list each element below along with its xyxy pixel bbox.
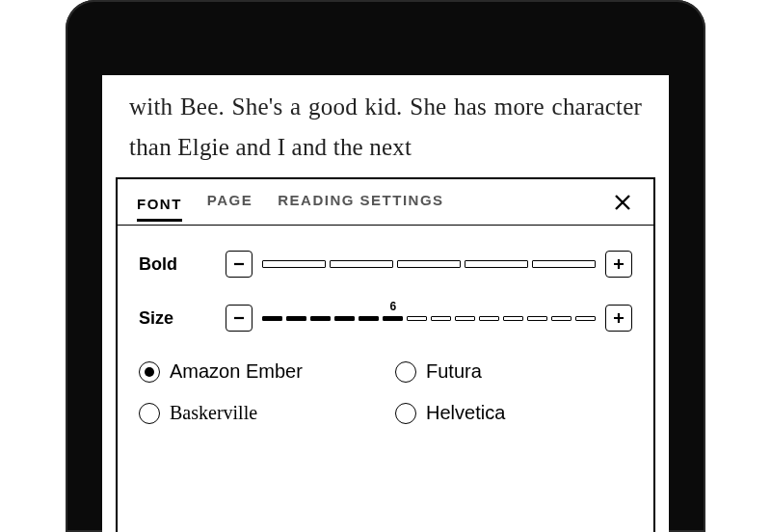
bold-increase-button[interactable]: [605, 251, 632, 278]
size-slider[interactable]: 6: [262, 316, 596, 321]
font-options: Amazon Ember Futura Baskerville Hel: [139, 360, 632, 424]
size-value-label: 6: [226, 301, 560, 312]
plus-icon: [613, 312, 625, 324]
size-segment: [334, 316, 355, 321]
book-text: with Bee. She's a good kid. She has more…: [129, 87, 642, 168]
bold-segment: [465, 260, 528, 268]
bold-label: Bold: [139, 255, 226, 273]
font-option-futura[interactable]: Futura: [395, 360, 632, 383]
font-option-baskerville[interactable]: Baskerville: [139, 402, 376, 424]
bold-decrease-button[interactable]: [226, 251, 253, 278]
close-button[interactable]: [607, 187, 638, 218]
bold-slider[interactable]: [262, 260, 596, 268]
size-segment: [310, 316, 331, 321]
radio-icon: [395, 361, 416, 383]
bold-segment: [397, 260, 461, 268]
size-segment: [455, 316, 475, 321]
bold-segment: [330, 260, 393, 268]
font-name-label: Baskerville: [170, 402, 257, 424]
size-increase-button[interactable]: [605, 305, 632, 332]
font-option-helvetica[interactable]: Helvetica: [395, 402, 632, 424]
size-segment: [551, 316, 572, 321]
size-segment: [575, 316, 596, 321]
size-segment: [479, 316, 499, 321]
font-name-label: Helvetica: [426, 402, 505, 424]
font-name-label: Futura: [426, 360, 482, 383]
device-frame: with Bee. She's a good kid. She has more…: [66, 0, 705, 532]
tab-bar: FONT PAGE READING SETTINGS: [118, 179, 653, 226]
radio-icon: [139, 361, 160, 383]
size-segment: [431, 316, 451, 321]
size-segment: [407, 316, 427, 321]
panel-body: Bold Size: [118, 226, 653, 424]
size-label: Size: [139, 309, 226, 327]
bold-segment: [262, 260, 326, 268]
close-icon: [613, 193, 632, 212]
radio-icon: [395, 403, 416, 424]
size-segment: [383, 316, 403, 321]
size-decrease-button[interactable]: [226, 305, 253, 332]
plus-icon: [613, 258, 625, 270]
minus-icon: [233, 258, 245, 270]
size-segment: [262, 316, 282, 321]
display-settings-panel: FONT PAGE READING SETTINGS Bold: [116, 177, 655, 532]
minus-icon: [233, 312, 245, 324]
font-option-amazon-ember[interactable]: Amazon Ember: [139, 360, 376, 383]
tab-page[interactable]: PAGE: [207, 193, 253, 215]
size-segment: [527, 316, 547, 321]
size-segment: [503, 316, 523, 321]
size-segment: [286, 316, 306, 321]
tab-reading-settings[interactable]: READING SETTINGS: [278, 193, 443, 215]
size-row: Size 6: [139, 305, 632, 332]
bold-segment: [532, 260, 596, 268]
radio-icon: [139, 403, 160, 424]
tab-font[interactable]: FONT: [137, 197, 182, 222]
screen: with Bee. She's a good kid. She has more…: [102, 75, 669, 532]
bold-row: Bold: [139, 251, 632, 278]
size-segment: [359, 316, 379, 321]
font-name-label: Amazon Ember: [170, 360, 303, 383]
